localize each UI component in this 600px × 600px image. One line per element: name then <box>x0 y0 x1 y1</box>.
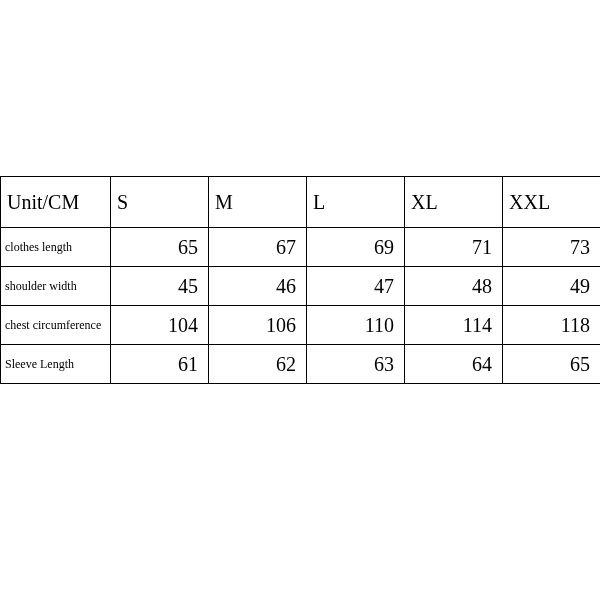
cell-value: 67 <box>209 228 307 267</box>
row-label: shoulder width <box>1 267 111 306</box>
cell-value: 71 <box>405 228 503 267</box>
row-label: Sleeve Length <box>1 345 111 384</box>
cell-value: 65 <box>111 228 209 267</box>
header-size-xxl: XXL <box>503 177 601 228</box>
cell-value: 65 <box>503 345 601 384</box>
table-row: Sleeve Length 61 62 63 64 65 <box>1 345 601 384</box>
table-row: shoulder width 45 46 47 48 49 <box>1 267 601 306</box>
header-row: Unit/CM S M L XL XXL <box>1 177 601 228</box>
cell-value: 45 <box>111 267 209 306</box>
cell-value: 104 <box>111 306 209 345</box>
cell-value: 63 <box>307 345 405 384</box>
header-size-s: S <box>111 177 209 228</box>
header-size-l: L <box>307 177 405 228</box>
cell-value: 62 <box>209 345 307 384</box>
cell-value: 46 <box>209 267 307 306</box>
header-size-xl: XL <box>405 177 503 228</box>
cell-value: 64 <box>405 345 503 384</box>
cell-value: 61 <box>111 345 209 384</box>
cell-value: 49 <box>503 267 601 306</box>
cell-value: 110 <box>307 306 405 345</box>
header-size-m: M <box>209 177 307 228</box>
size-chart-table: Unit/CM S M L XL XXL clothes length 65 6… <box>0 176 600 384</box>
cell-value: 118 <box>503 306 601 345</box>
cell-value: 114 <box>405 306 503 345</box>
table-row: clothes length 65 67 69 71 73 <box>1 228 601 267</box>
cell-value: 47 <box>307 267 405 306</box>
row-label: chest circumference <box>1 306 111 345</box>
cell-value: 106 <box>209 306 307 345</box>
cell-value: 69 <box>307 228 405 267</box>
header-unit-label: Unit/CM <box>1 177 111 228</box>
table-row: chest circumference 104 106 110 114 118 <box>1 306 601 345</box>
cell-value: 48 <box>405 267 503 306</box>
cell-value: 73 <box>503 228 601 267</box>
row-label: clothes length <box>1 228 111 267</box>
